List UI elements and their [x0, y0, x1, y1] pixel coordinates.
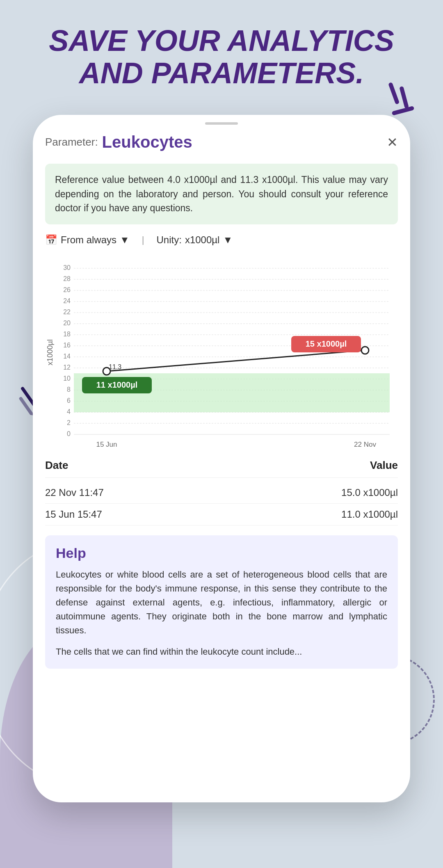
param-label-group: Parameter: Leukocytes: [45, 133, 192, 151]
param-label: Parameter:: [45, 136, 98, 148]
y-axis-label: x1000µl: [46, 339, 54, 365]
svg-text:11 x1000µl: 11 x1000µl: [96, 380, 138, 389]
reference-text: Reference value between 4.0 x1000µl and …: [55, 174, 388, 213]
row2-date: 15 Jun 15:47: [45, 509, 102, 520]
svg-text:30: 30: [63, 264, 71, 271]
x-label-right: 22 Nov: [354, 441, 376, 448]
svg-text:26: 26: [63, 286, 71, 293]
svg-text:14: 14: [63, 353, 71, 360]
svg-text:24: 24: [63, 297, 71, 304]
svg-text:28: 28: [63, 275, 71, 282]
phone-content: Parameter: Leukocytes ✕ Reference value …: [33, 125, 410, 794]
value-col-header: Value: [370, 459, 398, 472]
help-section: Help Leukocytes or white blood cells are…: [45, 535, 398, 669]
table-header: Date Value: [45, 459, 398, 478]
table-row: 22 Nov 11:47 15.0 x1000µl: [45, 482, 398, 504]
svg-text:10: 10: [63, 375, 71, 382]
row2-value: 11.0 x1000µl: [341, 509, 398, 520]
help-paragraph-2: The cells that we can find within the le…: [56, 645, 387, 659]
svg-text:6: 6: [67, 397, 71, 404]
row1-date: 22 Nov 11:47: [45, 487, 104, 498]
svg-text:2: 2: [67, 419, 71, 426]
data-table: Date Value 22 Nov 11:47 15.0 x1000µl 15 …: [45, 459, 398, 525]
parameter-header: Parameter: Leukocytes ✕: [45, 133, 398, 155]
svg-text:0: 0: [67, 430, 71, 437]
svg-text:22: 22: [63, 308, 71, 315]
param-value: Leukocytes: [102, 133, 192, 151]
date-filter-label: From always: [61, 234, 116, 246]
reference-box: Reference value between 4.0 x1000µl and …: [45, 164, 398, 224]
page-title: SAVE YOUR ANALYTICS AND PARAMETERS.: [0, 16, 443, 98]
row1-value: 15.0 x1000µl: [341, 487, 398, 498]
filter-row: 📅 From always ▼ | Unity: x1000µl ▼: [45, 234, 398, 246]
phone-mockup: Parameter: Leukocytes ✕ Reference value …: [33, 115, 410, 802]
svg-text:11.3: 11.3: [109, 363, 121, 370]
svg-text:12: 12: [63, 364, 71, 371]
svg-text:18: 18: [63, 331, 71, 338]
svg-text:16: 16: [63, 342, 71, 349]
unit-value: x1000µl: [185, 234, 220, 246]
chart-svg: x1000µl 0 2 4 6 8 10 12 14: [45, 254, 398, 451]
unit-dropdown-icon: ▼: [223, 234, 233, 246]
date-filter-button[interactable]: 📅 From always ▼: [45, 234, 130, 246]
data-point-right: [361, 347, 369, 354]
svg-text:8: 8: [67, 386, 71, 393]
filter-separator: |: [142, 235, 144, 245]
unit-filter-button[interactable]: Unity: x1000µl ▼: [157, 234, 233, 246]
chart-container: x1000µl 0 2 4 6 8 10 12 14: [45, 254, 398, 451]
svg-text:4: 4: [67, 408, 71, 415]
close-button[interactable]: ✕: [387, 136, 398, 149]
svg-text:15 x1000µl: 15 x1000µl: [306, 339, 347, 348]
unit-label: Unity:: [157, 234, 182, 246]
help-paragraph-1: Leukocytes or white blood cells are a se…: [56, 568, 387, 637]
svg-rect-2: [392, 106, 415, 116]
table-row: 15 Jun 15:47 11.0 x1000µl: [45, 504, 398, 525]
help-title: Help: [56, 545, 387, 561]
x-label-left: 15 Jun: [96, 441, 117, 448]
date-filter-dropdown-icon: ▼: [120, 234, 130, 246]
date-col-header: Date: [45, 459, 68, 472]
svg-text:20: 20: [63, 320, 71, 327]
calendar-icon: 📅: [45, 234, 57, 246]
